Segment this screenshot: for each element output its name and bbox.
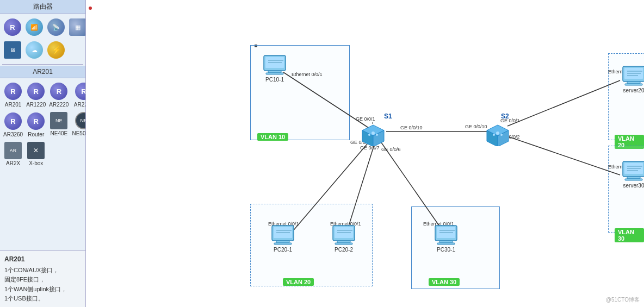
sidebar-item-ar201[interactable]: R AR201 [2,80,24,109]
svg-point-41 [500,134,503,136]
pc30-1-label: PC30-1 [437,247,455,253]
sidebar-item-cloud[interactable]: ☁ [24,39,45,61]
sidebar-item-ar1220[interactable]: R AR1220 [25,80,47,109]
pc20-2-device[interactable]: PC20-2 [332,224,356,253]
vlan20-pc-label: VLAN 20 [283,278,314,286]
vlan30-server-label: VLAN 30 [615,228,644,242]
svg-line-2 [507,80,620,126]
server20-label: server20 [623,87,644,93]
sidebar-item-square[interactable]: ▦ [67,16,86,38]
pc30-1-device[interactable]: PC30-1 [434,224,458,253]
svg-rect-50 [627,177,640,179]
svg-text:S2: S2 [501,112,509,120]
svg-rect-69 [439,241,453,243]
sidebar-item-bolt[interactable]: ⚡ [46,39,66,61]
pc20-1-label: PC20-1 [274,247,292,253]
svg-text:GE 0/0/10: GE 0/0/10 [400,125,423,130]
sidebar-item-ar3260[interactable]: R AR3260 [2,110,24,139]
device-info-title: AR201 [4,254,81,264]
server30-label: server30 [623,183,644,189]
sidebar: 路由器 R 📶 📡 ▦ 🖥 ☁ ⚡ [0,0,86,307]
svg-text:S1: S1 [384,112,392,120]
s1-device[interactable] [360,122,387,146]
svg-line-3 [509,137,620,175]
vlan30-server-box [608,146,644,233]
svg-rect-57 [276,241,289,243]
sidebar-item-monitor[interactable]: 🖥 [2,39,23,61]
svg-point-35 [376,134,378,136]
svg-text:GE 0/0/1: GE 0/0/1 [356,116,375,122]
svg-point-33 [371,131,375,135]
sidebar-item-ar2220[interactable]: R AR2220 [48,80,70,109]
main-container: 路由器 R 📶 📡 ▦ 🖥 ☁ ⚡ [0,0,644,307]
sidebar-item-wifi[interactable]: 📶 [24,16,45,38]
svg-rect-25 [268,71,281,73]
svg-rect-43 [627,82,640,84]
vlan10-label: VLAN 10 [257,133,288,141]
watermark: @51CTO博客 [606,296,640,304]
vlan30-pc-label: VLAN 30 [429,278,460,286]
svg-rect-63 [337,241,350,243]
sidebar-item-ar2x[interactable]: AR AR2X [2,140,24,168]
s2-device[interactable] [484,122,511,146]
svg-rect-44 [625,84,642,85]
sidebar-section-ar201: AR201 [0,66,85,78]
server20-device[interactable]: server20 [622,65,644,93]
pc10-1-label: PC10-1 [265,77,284,83]
sidebar-item-ar2240[interactable]: R AR2240 [71,80,86,109]
sidebar-item-ne5000e[interactable]: NE NE5000E [71,110,86,139]
sidebar-item-router-r[interactable]: R [2,16,23,38]
svg-point-39 [496,131,499,135]
sidebar-divider [2,64,83,65]
pc20-2-label: PC20-2 [335,247,353,253]
svg-rect-70 [437,243,455,245]
svg-rect-58 [274,243,292,245]
sidebar-device-grid: R AR201 R AR1220 R AR2220 R AR2240 R AR3… [0,78,85,170]
svg-rect-51 [625,179,642,180]
device-info-box: AR201 1个CON/AUX接口， 固定8FE接口， 1个WAN侧uplink… [0,250,85,307]
svg-point-34 [368,134,370,136]
device-info-desc: 1个CON/AUX接口， 固定8FE接口， 1个WAN侧uplink接口， 1个… [4,266,81,304]
sidebar-item-antenna[interactable]: 📡 [46,16,66,38]
svg-text:GE 0/0/6: GE 0/0/6 [381,147,401,152]
svg-point-40 [493,134,495,136]
sidebar-item-xbox[interactable]: ✕ X-box [25,140,47,168]
svg-rect-64 [335,243,352,245]
pc20-1-device[interactable]: PC20-1 [271,224,295,253]
canvas-area[interactable]: VLAN 10 VLAN 20 VLAN 30 VLAN 20 VLAN 30 [86,0,644,307]
sidebar-section-routers: 路由器 [0,0,85,14]
sidebar-item-ne40e[interactable]: NE NE40E [48,110,70,139]
sidebar-icon-grid-top: R 📶 📡 ▦ 🖥 ☁ ⚡ [0,14,85,63]
pc10-1-device[interactable]: PC10-1 [263,54,287,83]
svg-rect-26 [266,73,283,74]
server30-device[interactable]: server30 [622,160,644,189]
dot-indicator [89,7,92,10]
sidebar-item-router[interactable]: R Router [25,110,47,139]
